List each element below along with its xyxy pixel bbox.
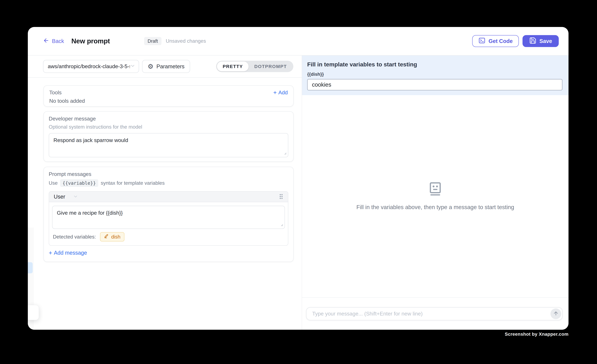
chat-message-input[interactable] [306, 307, 563, 320]
send-message-button[interactable] [550, 308, 561, 319]
tools-card: Tools + Add No tools added [43, 85, 294, 107]
developer-message-card: Developer message Optional system instru… [43, 111, 294, 162]
variable-chip-label: dish [111, 234, 120, 240]
unsaved-changes-note: Unsaved changes [166, 38, 206, 44]
editor-toolbar: aws/anthropic/bedrock-claude-3-5-s... ⚙ … [28, 56, 302, 78]
partial-left-popover [28, 305, 39, 320]
developer-message-subtitle: Optional system instructions for the mod… [49, 124, 288, 130]
save-label: Save [540, 38, 552, 44]
back-button[interactable]: Back [43, 38, 64, 45]
get-code-button[interactable]: Get Code [472, 35, 519, 47]
hint-prefix: Use [49, 180, 58, 186]
gear-icon: ⚙ [148, 63, 153, 70]
add-message-button[interactable]: + Add message [49, 250, 288, 256]
app-window: Back New prompt Draft Unsaved changes Ge… [28, 27, 568, 330]
save-floppy-icon [529, 37, 536, 46]
add-tool-label: Add [278, 90, 288, 96]
save-button[interactable]: Save [523, 35, 559, 47]
partial-left-rail-highlight [28, 262, 33, 273]
terminal-icon [478, 37, 486, 46]
arrow-up-icon [553, 311, 559, 317]
template-variables-header: Fill in template variables to start test… [302, 56, 568, 95]
user-message-textarea[interactable]: Give me a recipe for {{dish}} [52, 206, 285, 229]
view-mode-toggle: PRETTY DOTPROMPT [216, 61, 293, 72]
prompt-messages-title: Prompt messages [49, 171, 288, 177]
detected-variables-label: Detected variables: [53, 234, 96, 240]
editor-scroll-area: Tools + Add No tools added Developer mes… [28, 78, 302, 330]
toggle-dotprompt[interactable]: DOTPROMPT [249, 61, 292, 71]
screenshot-watermark: Screenshot by Xnapper.com [505, 332, 568, 337]
back-label: Back [52, 38, 64, 44]
chat-empty-state: Fill in the variables above, then type a… [302, 95, 568, 297]
chat-input-bar [302, 297, 568, 330]
template-variables-title: Fill in template variables to start test… [307, 61, 562, 68]
detected-variables-row: Detected variables: dish [52, 229, 285, 245]
screen-background: Back New prompt Draft Unsaved changes Ge… [0, 0, 597, 364]
template-syntax-hint: Use {{variable}} syntax for template var… [49, 179, 288, 187]
parameters-label: Parameters [157, 63, 185, 69]
add-tool-button[interactable]: + Add [273, 90, 288, 96]
back-arrow-icon [43, 38, 49, 45]
editor-panel: aws/anthropic/bedrock-claude-3-5-s... ⚙ … [28, 56, 302, 330]
chevron-down-icon [130, 63, 135, 70]
variable-syntax-chip: {{variable}} [60, 179, 98, 187]
model-selector-value: aws/anthropic/bedrock-claude-3-5-s... [48, 63, 130, 69]
tools-empty-text: No tools added [49, 98, 288, 104]
chevron-down-icon [73, 194, 78, 200]
resize-handle-icon[interactable] [283, 151, 287, 155]
page-title: New prompt [71, 37, 110, 45]
get-code-label: Get Code [489, 38, 513, 44]
edit-pencil-icon [104, 234, 109, 240]
plus-icon: + [49, 250, 52, 256]
chat-empty-text: Fill in the variables above, then type a… [356, 204, 514, 211]
model-selector[interactable]: aws/anthropic/bedrock-claude-3-5-s... [43, 60, 139, 73]
robot-face-icon [428, 182, 443, 196]
role-select[interactable]: User [54, 194, 78, 200]
dish-variable-input[interactable] [307, 79, 562, 90]
add-message-label: Add message [54, 250, 87, 256]
message-block: User [49, 191, 288, 246]
header: Back New prompt Draft Unsaved changes Ge… [28, 27, 568, 56]
drag-handle-icon[interactable] [279, 193, 283, 200]
message-header: User [49, 192, 288, 202]
variable-chip-dish[interactable]: dish [100, 232, 125, 242]
developer-message-title: Developer message [49, 116, 288, 122]
plus-icon: + [273, 90, 277, 96]
parameters-button[interactable]: ⚙ Parameters [142, 60, 190, 73]
developer-message-textarea[interactable]: Respond as jack sparrow would [49, 133, 288, 157]
dish-variable-label: {{dish}} [307, 72, 562, 77]
resize-handle-icon[interactable] [280, 223, 283, 227]
status-badge: Draft [144, 37, 161, 45]
hint-suffix: syntax for template variables [101, 180, 165, 186]
prompt-messages-card: Prompt messages Use {{variable}} syntax … [43, 167, 294, 262]
tools-title: Tools [49, 90, 62, 96]
test-panel: Fill in template variables to start test… [302, 56, 568, 330]
toggle-pretty[interactable]: PRETTY [217, 61, 249, 71]
role-label: User [54, 194, 65, 200]
